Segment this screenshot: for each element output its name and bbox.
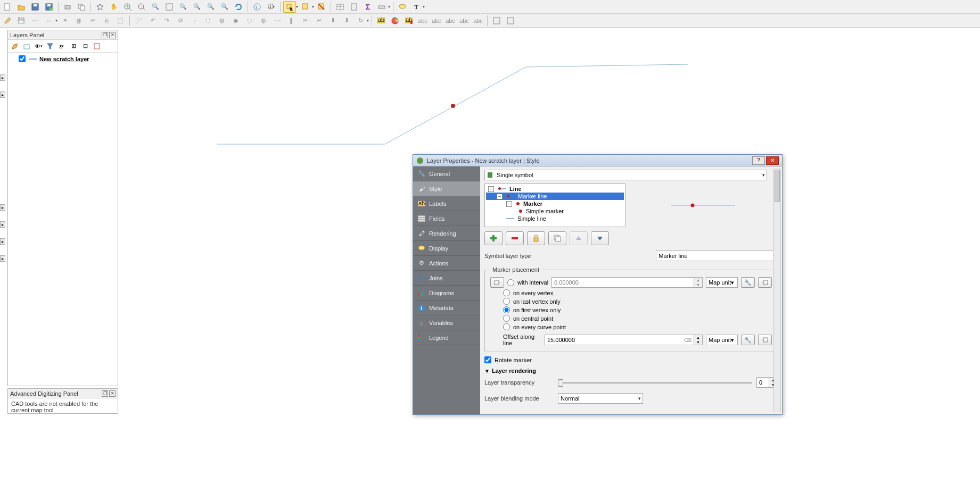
reshape-icon[interactable]: 〰 — [271, 15, 284, 27]
move-feature-icon[interactable]: ↔ — [43, 15, 55, 27]
merge-icon[interactable]: ⬇ — [326, 15, 339, 27]
edge-tab[interactable]: ▸ — [0, 74, 5, 81]
rotate-marker-checkbox[interactable] — [484, 356, 491, 363]
close-icon[interactable]: ✕ — [109, 390, 116, 397]
label-change-icon[interactable]: abc — [472, 15, 484, 27]
expand-icon[interactable]: ⊞ — [69, 41, 78, 51]
add-part-icon[interactable]: ◍ — [216, 15, 228, 27]
radio-every-curve[interactable] — [503, 323, 510, 330]
field-calc-icon[interactable] — [348, 1, 360, 13]
nav-joins[interactable]: Joins — [413, 271, 480, 286]
interval-input[interactable]: 0.000000 ▲▼ — [551, 277, 703, 288]
remove-layer-icon[interactable] — [92, 41, 102, 51]
select-features-icon[interactable] — [283, 1, 296, 13]
label-show-icon[interactable]: abc — [430, 15, 443, 27]
transparency-slider[interactable] — [558, 378, 752, 387]
copy-icon[interactable]: ⎘ — [100, 15, 113, 27]
edge-tab[interactable]: ▸ — [0, 238, 5, 245]
unit-config-button[interactable]: 🔧 — [741, 277, 755, 288]
node-tool-icon[interactable]: ✴ — [59, 15, 71, 27]
label-move-icon[interactable]: abc — [444, 15, 457, 27]
offset-data-defined-button[interactable] — [758, 335, 772, 345]
zoom-layer-icon[interactable]: 🔍 — [191, 1, 203, 13]
collapse-icon[interactable]: ⊟ — [80, 41, 90, 51]
radio-first-vertex[interactable] — [503, 306, 510, 313]
map-tips-icon[interactable] — [396, 1, 409, 13]
renderer-combo[interactable]: Single symbol ▾ — [484, 170, 767, 180]
scroll-thumb[interactable] — [775, 170, 780, 202]
undo-icon[interactable]: ↶ — [146, 15, 159, 27]
radio-every-vertex[interactable] — [503, 289, 510, 296]
nav-metadata[interactable]: iMetadata — [413, 301, 480, 315]
open-icon[interactable] — [15, 1, 28, 13]
split-icon[interactable]: ✂ — [299, 15, 311, 27]
save-edits-icon[interactable]: 💾 — [15, 15, 28, 27]
del-part-icon[interactable]: ◍ — [257, 15, 270, 27]
nav-diagrams[interactable]: Diagrams — [413, 286, 480, 301]
pan-icon[interactable] — [94, 1, 106, 13]
blend-mode-combo[interactable]: Normal▾ — [558, 393, 643, 404]
plugin2-icon[interactable] — [504, 15, 517, 27]
select-expr-dd[interactable]: ▾ — [312, 4, 314, 9]
interval-unit-combo[interactable]: Map unit▾ — [706, 277, 738, 288]
offset-icon[interactable]: ‖ — [285, 15, 298, 27]
offset-unit-combo[interactable]: Map unit▾ — [706, 335, 738, 345]
print-composer-icon[interactable] — [61, 1, 74, 13]
edge-tab[interactable]: ▸ — [0, 255, 5, 262]
cut-icon[interactable]: ✂ — [86, 15, 99, 27]
duplicate-symbol-layer-button[interactable] — [548, 231, 566, 245]
layer-visibility-checkbox[interactable] — [19, 55, 26, 62]
remove-symbol-layer-button[interactable] — [506, 231, 524, 245]
zoom-out-icon[interactable]: - — [135, 1, 148, 13]
tree-marker-line[interactable]: − Marker line — [486, 193, 624, 200]
nav-fields[interactable]: Fields — [413, 211, 480, 226]
filter-icon[interactable] — [45, 41, 55, 51]
zoom-full-icon[interactable] — [163, 1, 176, 13]
undock-icon[interactable]: ❐ — [102, 32, 108, 38]
plugin1-icon[interactable] — [490, 15, 503, 27]
save-icon[interactable] — [29, 1, 42, 13]
nav-display[interactable]: Display — [413, 241, 480, 256]
deselect-icon[interactable] — [315, 1, 328, 13]
dialog-titlebar[interactable]: Layer Properties - New scratch layer | S… — [413, 155, 782, 166]
nav-general[interactable]: 🔧General — [413, 166, 480, 181]
close-icon[interactable]: ✕ — [109, 32, 116, 38]
nav-labels[interactable]: abcLabels — [413, 196, 480, 211]
layer-row[interactable]: New scratch layer — [9, 55, 117, 63]
data-defined-btn-left[interactable] — [490, 277, 504, 288]
spin-up[interactable]: ▲ — [694, 278, 702, 282]
nav-style[interactable]: 🖌Style — [413, 181, 480, 196]
edge-tab[interactable]: ▸ — [0, 221, 5, 228]
visibility-icon[interactable]: 👁▾ — [34, 41, 43, 51]
layer-rendering-header[interactable]: ▼Layer rendering — [484, 368, 778, 374]
label-highlight-icon[interactable]: abc — [402, 15, 415, 27]
select-dd[interactable]: ▾ — [296, 4, 298, 9]
zoom-selection-icon[interactable]: 🔍 — [177, 1, 190, 13]
refresh-icon[interactable] — [232, 1, 245, 13]
help-icon[interactable]: ? — [752, 156, 765, 165]
composer-manager-icon[interactable] — [75, 1, 88, 13]
radio-central-point[interactable] — [503, 315, 510, 322]
move-up-button[interactable] — [570, 231, 588, 245]
data-defined-btn-right[interactable] — [758, 277, 772, 288]
edge-tab[interactable]: ▸ — [0, 91, 5, 98]
paste-icon[interactable]: 📋 — [114, 15, 127, 27]
tree-line[interactable]: − Line — [486, 185, 624, 193]
tree-simple-line[interactable]: Simple line — [486, 215, 624, 222]
add-symbol-layer-button[interactable] — [484, 231, 503, 245]
dialog-scrollbar[interactable] — [773, 169, 781, 412]
pan-selection-icon[interactable]: ✋ — [108, 1, 120, 13]
nav-actions[interactable]: ⚙Actions — [413, 256, 480, 271]
close-icon[interactable]: ✕ — [766, 156, 779, 165]
offset-input[interactable]: 15.000000 ▲▼ ⌫ — [545, 335, 703, 345]
layer-tree[interactable]: New scratch layer — [8, 53, 118, 65]
expression-icon[interactable]: ε▾ — [57, 41, 67, 51]
merge-attr-icon[interactable]: ⬇ — [340, 15, 353, 27]
select-expr-icon[interactable] — [299, 1, 312, 13]
spin-up[interactable]: ▲ — [694, 335, 702, 340]
clear-icon[interactable]: ⌫ — [684, 337, 691, 343]
annotation-dd[interactable]: ▾ — [423, 4, 425, 9]
delete-icon[interactable]: 🗑 — [72, 15, 85, 27]
layer-name[interactable]: New scratch layer — [39, 56, 89, 62]
spin-down[interactable]: ▼ — [694, 282, 702, 287]
